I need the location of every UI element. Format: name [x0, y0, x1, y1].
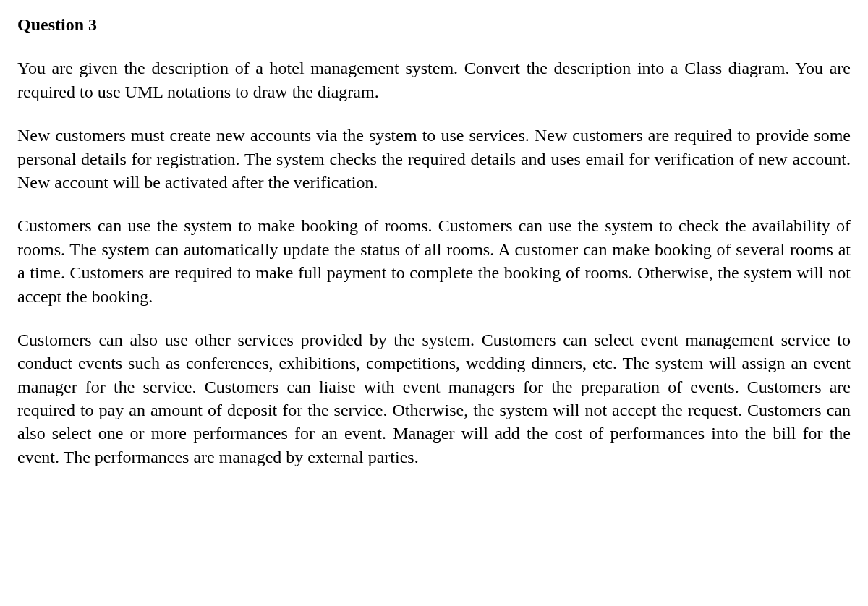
paragraph-booking: Customers can use the system to make boo… [17, 214, 851, 308]
paragraph-services: Customers can also use other services pr… [17, 328, 851, 469]
paragraph-intro: You are given the description of a hotel… [17, 56, 851, 103]
paragraph-accounts: New customers must create new accounts v… [17, 124, 851, 194]
question-heading: Question 3 [17, 13, 851, 36]
